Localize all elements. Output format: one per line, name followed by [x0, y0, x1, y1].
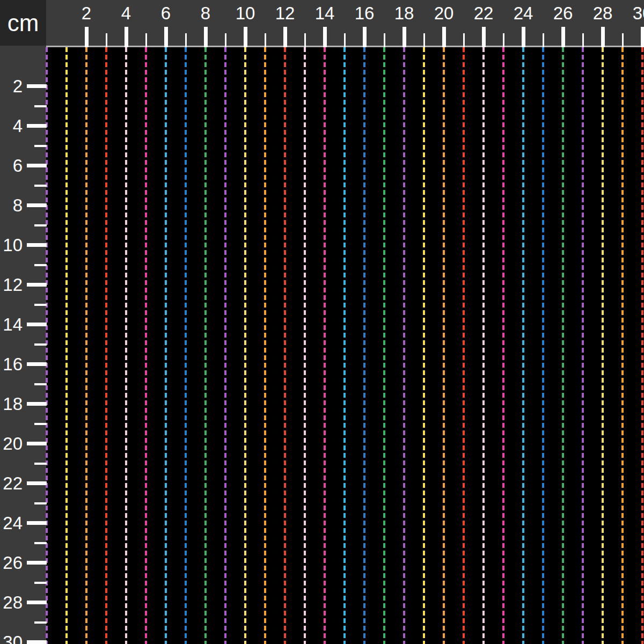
left-ruler-tick-major: [27, 164, 47, 167]
left-ruler-tick-major: [27, 243, 47, 247]
left-ruler-number: 4: [0, 115, 23, 137]
left-ruler-number: 12: [0, 274, 23, 296]
cm-gridline: [244, 47, 246, 644]
top-ruler-number: 16: [343, 3, 386, 24]
top-ruler-tick-minor: [582, 33, 584, 47]
left-ruler-tick-major: [27, 402, 47, 406]
top-ruler-number: 6: [144, 3, 187, 24]
cm-gridline: [383, 47, 385, 644]
top-ruler-tick-minor: [622, 33, 624, 47]
left-ruler-number: 20: [0, 433, 23, 455]
left-ruler-number: 8: [0, 195, 23, 216]
top-ruler-tick-minor: [265, 33, 266, 47]
left-ruler-number: 18: [0, 393, 23, 415]
left-ruler-tick-major: [27, 561, 47, 565]
left-ruler-tick-minor: [34, 105, 47, 107]
top-ruler-number: 8: [184, 3, 227, 24]
cm-gridline: [582, 47, 584, 644]
left-ruler-number: 26: [0, 552, 23, 574]
cm-gridline: [403, 47, 405, 644]
left-ruler-number: 30: [0, 632, 23, 644]
cm-gridline: [165, 47, 167, 644]
top-ruler-tick-minor: [145, 33, 147, 47]
left-ruler-tick-major: [27, 601, 47, 604]
left-ruler-number: 16: [0, 354, 23, 375]
cm-gridline: [502, 47, 504, 644]
cm-gridline: [185, 47, 187, 644]
top-ruler-tick-major: [482, 27, 486, 47]
top-ruler-number: 14: [303, 3, 346, 24]
top-ruler-number: 12: [264, 3, 306, 24]
cm-gridline: [542, 47, 544, 644]
cm-gridline: [463, 47, 465, 644]
top-ruler-tick-major: [601, 27, 605, 47]
top-ruler-tick-major: [363, 27, 367, 47]
cm-gridline: [46, 47, 48, 644]
top-ruler-tick-minor: [304, 33, 306, 47]
unit-label-box: cm: [0, 0, 46, 46]
left-ruler-tick-minor: [34, 463, 47, 465]
cm-gridline: [105, 47, 107, 644]
screen-ruler-overlay: cm 2468101214161820222426283024681012141…: [0, 0, 644, 644]
left-ruler-number: 24: [0, 513, 23, 534]
left-ruler-number: 22: [0, 473, 23, 494]
top-ruler-tick-major: [244, 27, 247, 47]
cm-gridline: [522, 47, 524, 644]
left-ruler-tick-major: [27, 442, 47, 445]
cm-gridline: [562, 47, 564, 644]
cm-gridline: [145, 47, 147, 644]
top-ruler-number: 26: [541, 3, 584, 24]
left-ruler-tick-major: [27, 283, 47, 287]
cm-gridline: [602, 47, 604, 644]
left-ruler-number: 14: [0, 314, 23, 335]
cm-gridline: [264, 47, 266, 644]
left-ruler-tick-minor: [34, 185, 47, 187]
left-ruler-tick-minor: [34, 264, 47, 266]
top-ruler-tick-major: [204, 27, 208, 47]
top-ruler-tick-major: [125, 27, 128, 47]
left-ruler-tick-major: [27, 124, 47, 128]
top-ruler-tick-major: [442, 27, 446, 47]
cm-gridline: [443, 47, 445, 644]
left-ruler-number: 2: [0, 76, 23, 97]
left-ruler-tick-minor: [34, 582, 47, 584]
top-ruler-tick-minor: [463, 33, 465, 47]
cm-gridline: [641, 47, 643, 644]
top-ruler-tick-minor: [503, 33, 504, 47]
left-ruler-tick-major: [27, 481, 47, 485]
left-ruler-tick-major: [27, 640, 47, 644]
left-ruler-tick-major: [27, 521, 47, 525]
left-ruler-tick-minor: [34, 542, 47, 544]
top-ruler-tick-major: [522, 27, 525, 47]
top-ruler-tick-minor: [344, 33, 346, 47]
left-ruler-tick-minor: [34, 621, 47, 624]
top-ruler-tick-major: [164, 27, 168, 47]
cm-gridline: [304, 47, 306, 644]
cm-gridline: [343, 47, 346, 644]
cm-gridline: [621, 47, 624, 644]
top-ruler-tick-major: [402, 27, 406, 47]
left-ruler-tick-minor: [34, 343, 47, 346]
top-ruler-tick-minor: [423, 33, 425, 47]
top-ruler-number: 22: [462, 3, 505, 24]
cm-gridline: [125, 47, 127, 644]
top-ruler-tick-major: [641, 27, 644, 47]
top-ruler-tick-major: [283, 27, 287, 47]
cm-gridline: [85, 47, 87, 644]
top-ruler-tick-minor: [225, 33, 226, 47]
unit-label: cm: [8, 11, 39, 35]
top-ruler-tick-minor: [543, 33, 544, 47]
top-ruler-number: 30: [621, 3, 644, 24]
top-ruler-number: 10: [224, 3, 267, 24]
top-ruler-tick-minor: [106, 33, 107, 47]
cm-gridline: [284, 47, 286, 644]
cm-gridline: [482, 47, 485, 644]
top-ruler-number: 18: [383, 3, 426, 24]
cm-gridline: [363, 47, 365, 644]
left-ruler-tick-major: [27, 362, 47, 366]
left-ruler-tick-major: [27, 203, 47, 207]
top-ruler-number: 20: [422, 3, 465, 24]
cm-gridline: [65, 47, 68, 644]
measurement-canvas: [0, 0, 644, 644]
left-ruler-tick-minor: [34, 383, 47, 385]
